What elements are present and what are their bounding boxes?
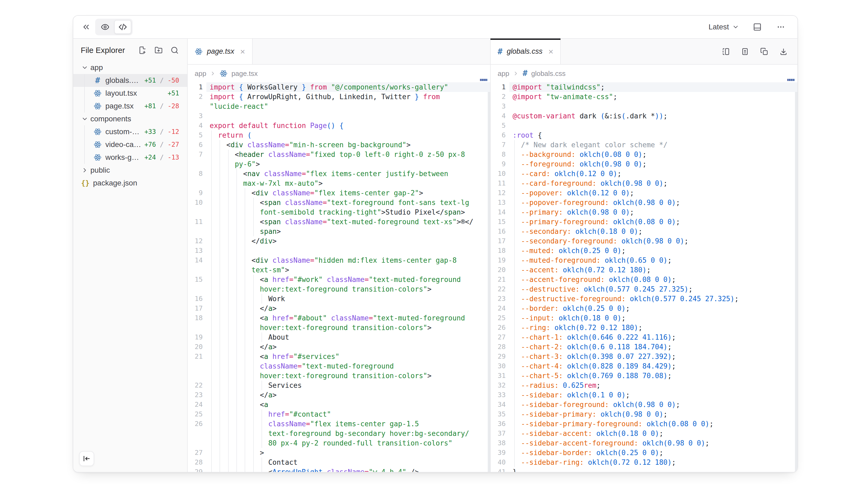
code-line[interactable]: 25 href="#contact": [188, 410, 490, 419]
code-line[interactable]: 34 --sidebar-foreground: oklch(0.98 0 0)…: [491, 400, 797, 410]
code-line[interactable]: 12 </div>: [188, 236, 490, 246]
code-line[interactable]: 26 --ring: oklch(0.72 0.12 180);: [491, 323, 797, 332]
code-line[interactable]: 20 </a>: [188, 342, 490, 352]
code-line[interactable]: 15 --primary-foreground: oklch(0.08 0 0)…: [491, 217, 797, 227]
code-line[interactable]: 18 --muted: oklch(0.25 0 0);: [491, 246, 797, 256]
code-line[interactable]: 10 --card: oklch(0.12 0 0);: [491, 169, 797, 178]
code-line[interactable]: 33 --sidebar: oklch(0.1 0 0);: [491, 390, 797, 400]
code-line[interactable]: 13 --popover-foreground: oklch(0.98 0 0)…: [491, 198, 797, 207]
code-line[interactable]: text-sm">: [188, 265, 490, 275]
code-line[interactable]: 9 <div className="flex items-center gap-…: [188, 188, 490, 198]
code-line[interactable]: 26 className="flex items-center gap-1.5: [188, 419, 490, 429]
code-line[interactable]: "lucide-react": [188, 102, 490, 111]
code-line[interactable]: 1@import "tailwindcss";: [491, 82, 797, 92]
code-line[interactable]: 6:root {: [491, 130, 797, 140]
code-line[interactable]: 13: [188, 246, 490, 256]
panel-bottom-button[interactable]: [751, 21, 764, 33]
code-line[interactable]: 17 --secondary-foreground: oklch(0.98 0 …: [491, 236, 797, 246]
more-options-button[interactable]: [774, 21, 787, 33]
code-line[interactable]: 28 --chart-2: oklch(0.6 0.118 184.704);: [491, 342, 797, 352]
tree-row-package.json[interactable]: {}package.json: [73, 177, 187, 190]
breadcrumb-file[interactable]: # globals.css: [523, 69, 565, 78]
preview-mode-button[interactable]: [96, 20, 114, 34]
version-selector[interactable]: Latest: [709, 23, 739, 31]
code-line[interactable]: 3: [188, 111, 490, 121]
code-line[interactable]: 11 <span className="text-muted-foregroun…: [188, 217, 490, 227]
collapse-sidebar-button[interactable]: [79, 451, 94, 466]
code-line[interactable]: 27 --chart-1: oklch(0.646 0.222 41.116);: [491, 332, 797, 342]
code-line[interactable]: 6 <div className="min-h-screen bg-backgr…: [188, 140, 490, 150]
code-line[interactable]: 3: [491, 102, 797, 111]
code-line[interactable]: 32 --radius: 0.625rem;: [491, 381, 797, 390]
code-line[interactable]: 8 --background: oklch(0.08 0 0);: [491, 150, 797, 159]
tree-row-globals.css[interactable]: #globals.css+51 / -50: [73, 74, 187, 87]
tree-row-app[interactable]: app: [73, 61, 187, 74]
collapse-panel-button[interactable]: [80, 21, 93, 33]
code-line[interactable]: 20 --accent: oklch(0.72 0.12 180);: [491, 265, 797, 275]
code-line[interactable]: 2@import "tw-animate-css";: [491, 92, 797, 102]
tree-row-video-card.tsx[interactable]: video-card.tsx+76 / -27: [73, 138, 187, 151]
code-line[interactable]: 5: [491, 121, 797, 130]
code-line[interactable]: max-w-7xl mx-auto">: [188, 178, 490, 188]
code-line[interactable]: span>: [188, 227, 490, 236]
code-line[interactable]: 41}: [491, 467, 797, 472]
code-line[interactable]: 29 --chart-3: oklch(0.398 0.07 227.392);: [491, 352, 797, 361]
close-tab-icon[interactable]: ×: [240, 47, 245, 56]
code-line[interactable]: 5 return (: [188, 130, 490, 140]
tab-globals-css[interactable]: # globals.css ×: [491, 39, 561, 64]
code-line[interactable]: 25 --input: oklch(0.18 0 0);: [491, 313, 797, 323]
tree-row-custom-cursor.tsx[interactable]: custom-cursor.tsx+33 / -12: [73, 125, 187, 138]
code-line[interactable]: 14 --primary: oklch(0.98 0 0);: [491, 207, 797, 217]
code-line[interactable]: 9 --foreground: oklch(0.98 0 0);: [491, 159, 797, 169]
code-line[interactable]: 4@custom-variant dark (&:is(.dark *));: [491, 111, 797, 121]
code-line[interactable]: 19 --muted-foreground: oklch(0.65 0 0);: [491, 256, 797, 265]
code-line[interactable]: hover:text-foreground transition-colors"…: [188, 323, 490, 332]
tab-page-tsx[interactable]: page.tsx ×: [188, 39, 253, 64]
code-line[interactable]: 11 --card-foreground: oklch(0.98 0 0);: [491, 178, 797, 188]
code-line[interactable]: 30 --chart-4: oklch(0.828 0.189 84.429);: [491, 361, 797, 371]
tree-row-works-gallery.tsx[interactable]: works-gallery.tsx+24 / -13: [73, 151, 187, 164]
code-line[interactable]: 24 <a: [188, 400, 490, 410]
code-line[interactable]: 28 Contact: [188, 458, 490, 467]
code-line[interactable]: font-semibold tracking-tight">Studio Pix…: [188, 207, 490, 217]
code-line[interactable]: 12 --popover: oklch(0.12 0 0);: [491, 188, 797, 198]
tree-row-layout.tsx[interactable]: layout.tsx+51: [73, 87, 187, 100]
code-line[interactable]: text-foreground bg-secondary hover:bg-se…: [188, 429, 490, 438]
code-line[interactable]: 7 <header className="fixed top-0 left-0 …: [188, 150, 490, 159]
code-line[interactable]: 14 <div className="hidden md:flex items-…: [188, 256, 490, 265]
code-mode-button[interactable]: [114, 20, 131, 34]
code-line[interactable]: className="text-muted-foreground: [188, 361, 490, 371]
code-line[interactable]: 23 </a>: [188, 390, 490, 400]
tree-row-page.tsx[interactable]: page.tsx+81 / -28: [73, 100, 187, 112]
code-line[interactable]: 7 /* New dark elegant color scheme */: [491, 140, 797, 150]
code-line[interactable]: 4export default function Page() {: [188, 121, 490, 130]
code-line[interactable]: 21 <a href="#services": [188, 352, 490, 361]
code-line[interactable]: 15 <a href="#work" className="text-muted…: [188, 275, 490, 284]
code-line[interactable]: 27 >: [188, 448, 490, 458]
code-line[interactable]: 2import { ArrowUpRight, Github, Linkedin…: [188, 92, 490, 102]
code-line[interactable]: 16 --secondary: oklch(0.18 0 0);: [491, 227, 797, 236]
code-editor-page-tsx[interactable]: 1import { WorksGallery } from "@/compone…: [188, 82, 490, 472]
breadcrumb-app[interactable]: app: [195, 69, 206, 78]
new-file-button[interactable]: [138, 46, 147, 55]
code-line[interactable]: hover:text-foreground transition-colors"…: [188, 371, 490, 381]
code-line[interactable]: 21 --accent-foreground: oklch(0.08 0 0);: [491, 275, 797, 284]
code-line[interactable]: 8 <nav className="flex items-center just…: [188, 169, 490, 178]
breadcrumb-app[interactable]: app: [498, 69, 509, 78]
new-folder-button[interactable]: [154, 46, 163, 55]
code-line[interactable]: 22 --destructive: oklch(0.577 0.245 27.3…: [491, 284, 797, 294]
code-line[interactable]: 31 --chart-5: oklch(0.769 0.188 70.08);: [491, 371, 797, 381]
search-files-button[interactable]: [170, 46, 179, 55]
code-line[interactable]: 16 Work: [188, 294, 490, 303]
code-line[interactable]: 19 About: [188, 332, 490, 342]
code-line[interactable]: 38 --sidebar-accent-foreground: oklch(0.…: [491, 438, 797, 448]
code-line[interactable]: 37 --sidebar-accent: oklch(0.18 0 0);: [491, 429, 797, 438]
code-line[interactable]: 24 --border: oklch(0.25 0 0);: [491, 303, 797, 313]
code-line[interactable]: 29 <ArrowUpRight className="w-4 h-4" />: [188, 467, 490, 472]
code-line[interactable]: 40 --sidebar-ring: oklch(0.72 0.12 180);: [491, 458, 797, 467]
code-line[interactable]: 17 </a>: [188, 303, 490, 313]
split-panel-button[interactable]: [721, 47, 731, 56]
code-editor-globals-css[interactable]: 1@import "tailwindcss";2@import "tw-anim…: [491, 82, 797, 472]
code-line[interactable]: hover:text-foreground transition-colors"…: [188, 284, 490, 294]
tree-row-public[interactable]: public: [73, 164, 187, 177]
